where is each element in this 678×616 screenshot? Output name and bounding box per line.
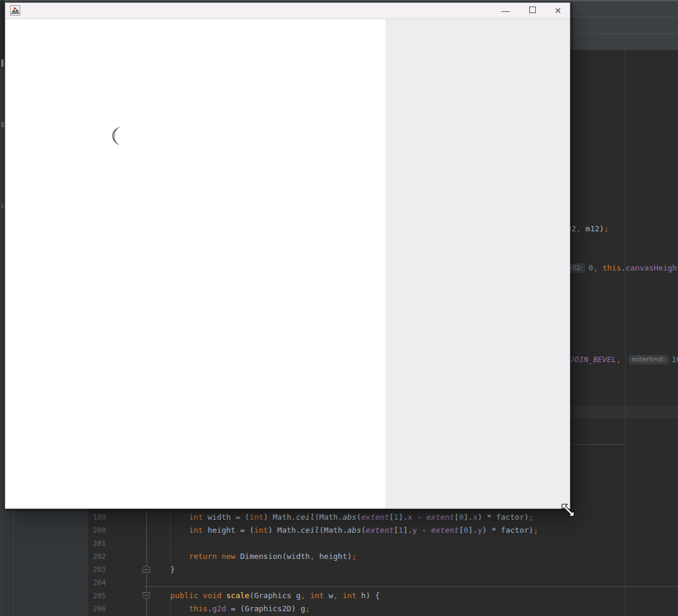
code-token: new (221, 552, 235, 561)
line-number-column[interactable]: 199200201202203204205206 (88, 511, 106, 615)
maximize-icon (529, 7, 536, 13)
code-token (152, 513, 189, 521)
code-token: extent (366, 526, 394, 535)
resize-cursor-nwse (560, 502, 577, 520)
right-margin-guide-line (625, 50, 626, 616)
code-token: this (189, 604, 208, 613)
code-token: - (417, 526, 431, 535)
code-token: , (616, 355, 621, 364)
paint-app-icon[interactable] (10, 5, 20, 15)
window-body (5, 19, 570, 508)
code-token (338, 591, 343, 600)
code-token: int (189, 513, 203, 521)
method-separator (570, 444, 625, 445)
code-line[interactable]: int height = (int) Math.ceil(Math.abs(ex… (152, 524, 538, 537)
window-titlebar[interactable]: — ✕ (5, 3, 570, 19)
code-token: m12) (580, 224, 604, 233)
code-token: 1 (398, 526, 403, 535)
code-token: ]. (468, 526, 478, 535)
tool-stripe-icon (1, 122, 4, 127)
code-token: public (170, 591, 198, 600)
code-line[interactable]: } (152, 563, 538, 576)
fold-guide-line (146, 511, 147, 616)
caret-line-highlight (570, 406, 678, 419)
code-token: int (189, 526, 203, 535)
code-token: y (412, 526, 417, 535)
fold-marker-collapse-end[interactable] (142, 565, 150, 573)
maximize-button[interactable] (523, 3, 542, 18)
code-line[interactable]: int width = (int) Math.ceil(Math.abs(ext… (152, 511, 538, 524)
code-token: Dimension(width (236, 552, 310, 561)
code-line[interactable] (152, 537, 538, 550)
code-token: canvasHeight (626, 263, 678, 272)
code-token: this (602, 263, 621, 272)
code-token: int (254, 526, 268, 535)
code-token (152, 591, 170, 600)
project-panel (5, 508, 88, 616)
code-area[interactable]: int width = (int) Math.ceil(Math.abs(ext… (152, 511, 538, 615)
code-token (621, 355, 626, 364)
tool-stripe-icon (1, 59, 4, 67)
code-token: g2d (212, 604, 226, 613)
screen: { "window": { "title": "", "icon": "pain… (0, 0, 678, 616)
code-token: (Math. (315, 513, 343, 521)
code-token: [ (394, 526, 398, 535)
code-token: [ (389, 513, 394, 521)
code-token: 1 (394, 513, 398, 521)
code-token: , (593, 263, 598, 272)
code-token: ) Math. (263, 513, 296, 521)
inlay-hint: miterlimit: (629, 355, 668, 364)
tool-stripe-active-block (0, 1, 5, 68)
code-token (152, 526, 189, 535)
code-token: y (478, 526, 482, 535)
code-token: } (152, 565, 175, 574)
code-line[interactable] (152, 576, 538, 589)
close-button[interactable]: ✕ (548, 3, 567, 18)
code-token: (Graphics g (249, 591, 300, 600)
code-token: abs (347, 526, 361, 535)
code-token: width = ( (203, 513, 249, 521)
minimize-icon: — (501, 6, 510, 15)
code-token: int (310, 591, 324, 600)
code-line[interactable]: public void scale(Graphics g, int w, int… (152, 589, 538, 602)
line-number[interactable]: 205 (88, 589, 106, 602)
code-token (152, 552, 189, 561)
fold-marker-collapse-start[interactable] (142, 592, 150, 600)
code-token: ; (533, 526, 538, 535)
code-token: ]. (403, 526, 413, 535)
code-token: ceil (300, 526, 319, 535)
code-token: h) { (356, 591, 379, 600)
line-number[interactable]: 200 (88, 524, 106, 537)
line-number[interactable]: 204 (88, 576, 106, 589)
code-token (152, 604, 189, 613)
code-token: ; (529, 513, 533, 521)
code-fragment-canvas-height[interactable]: m02:0, this.canvasHeight (560, 262, 678, 275)
code-line[interactable]: this.g2d = (Graphics2D) g; (152, 602, 538, 615)
code-token: ) * factor) (478, 513, 529, 521)
code-token: return (189, 552, 217, 561)
line-number[interactable]: 202 (88, 550, 106, 563)
code-token: , (310, 552, 315, 561)
code-fragment-join-bevel[interactable]: JOIN_BEVEL, miterlimit:10 (570, 353, 678, 366)
code-token: [ (454, 513, 459, 521)
code-token: int (343, 591, 356, 600)
code-token: JOIN_BEVEL (570, 355, 616, 364)
code-token: height) (315, 552, 352, 561)
code-fragment-m12[interactable]: 02, m12); (567, 222, 608, 235)
code-token: - (412, 513, 426, 521)
code-token (305, 591, 310, 600)
code-token: ( (361, 526, 366, 535)
line-number[interactable]: 201 (88, 537, 106, 550)
line-number[interactable]: 206 (88, 602, 106, 615)
code-token: ; (352, 552, 357, 561)
minimize-button[interactable]: — (496, 3, 515, 18)
line-number[interactable]: 199 (88, 511, 106, 524)
code-line[interactable]: return new Dimension(width, height); (152, 550, 538, 563)
panel-border (13, 508, 14, 616)
code-token: ; (305, 604, 310, 613)
line-number[interactable]: 203 (88, 563, 106, 576)
drawing-canvas[interactable] (5, 19, 385, 508)
code-token: ) Math. (268, 526, 301, 535)
code-token: extent (431, 526, 459, 535)
code-token: w (324, 591, 334, 600)
